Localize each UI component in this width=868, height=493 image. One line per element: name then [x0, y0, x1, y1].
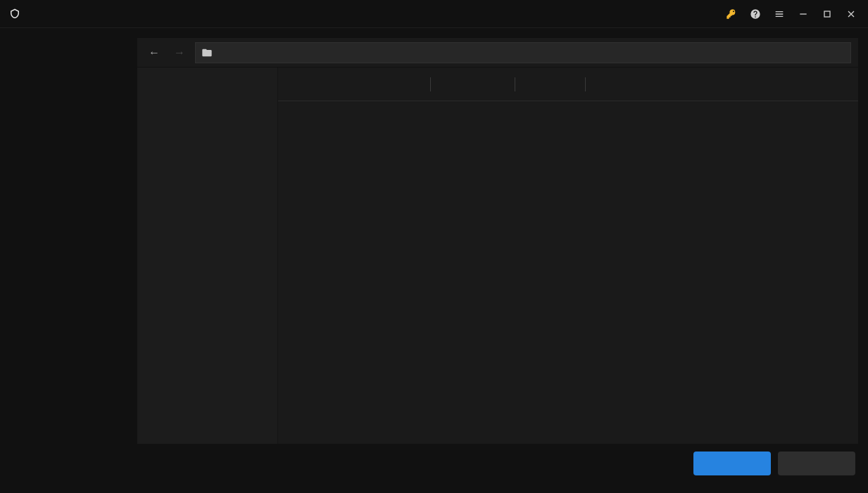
key-icon[interactable]: [722, 4, 741, 24]
svg-rect-0: [800, 13, 806, 14]
file-list-rows[interactable]: [278, 101, 858, 444]
file-list-header: [278, 68, 858, 101]
app-logo-icon: [8, 8, 21, 20]
dialog-buttons: [137, 444, 858, 483]
minimize-button[interactable]: [793, 4, 813, 24]
folder-icon: [201, 47, 213, 58]
titlebar: [0, 0, 868, 28]
nav-forward-button[interactable]: →: [170, 43, 189, 63]
path-bar: ← →: [137, 38, 858, 68]
ok-button[interactable]: [693, 452, 771, 475]
help-icon[interactable]: [746, 4, 765, 24]
path-field[interactable]: [195, 42, 851, 63]
locations-panel: [137, 68, 278, 444]
svg-rect-1: [824, 11, 830, 17]
menu-icon[interactable]: [769, 4, 789, 24]
maximize-button[interactable]: [817, 4, 837, 24]
file-picker-dialog: ← →: [137, 28, 868, 493]
nav-back-button[interactable]: ←: [144, 43, 164, 63]
cancel-button[interactable]: [778, 452, 855, 475]
close-button[interactable]: [841, 4, 861, 24]
file-list: [278, 68, 858, 444]
sidebar: [0, 28, 137, 493]
